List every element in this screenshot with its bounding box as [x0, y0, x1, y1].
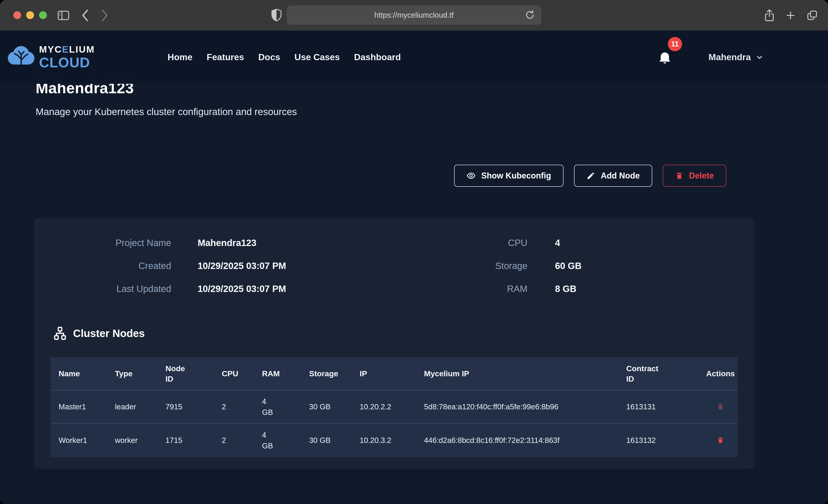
node-ip: 10.20.2.2 — [360, 402, 424, 412]
info-label: Last Updated — [34, 284, 171, 294]
share-icon — [764, 9, 775, 22]
trash-icon — [717, 436, 724, 444]
chevron-left-icon — [81, 9, 89, 22]
notifications-button[interactable]: 11 — [657, 37, 685, 69]
info-value: 4 — [527, 238, 665, 248]
bell-icon — [658, 50, 671, 65]
info-value: 60 GB — [527, 261, 665, 271]
delete-cluster-button[interactable]: Delete — [663, 165, 726, 187]
table-row: Master1 leader 7915 2 4 GB 30 GB 10.20.2… — [50, 390, 738, 424]
info-label: CPU — [368, 238, 527, 248]
cloud-logo-icon — [7, 44, 35, 71]
share-button[interactable] — [764, 0, 775, 31]
delete-label: Delete — [689, 171, 714, 180]
network-icon — [53, 326, 67, 340]
address-bar[interactable]: https://myceliumcloud.tf — [287, 5, 541, 25]
brand-text: MYCELIUM CLOUD — [39, 45, 95, 70]
node-id: 1715 — [165, 435, 222, 446]
plus-icon — [785, 10, 796, 21]
col-type: Type — [115, 369, 165, 379]
node-cpu: 2 — [222, 402, 262, 412]
cluster-actions: Show Kubeconfig Add Node Delete — [454, 165, 726, 187]
col-mycelium-ip: Mycelium IP — [424, 369, 626, 379]
node-type: leader — [115, 402, 165, 412]
refresh-icon — [525, 10, 535, 20]
site-navbar: MYCELIUM CLOUD Home Features Docs Use Ca… — [0, 31, 828, 84]
col-actions: Actions — [703, 369, 738, 379]
info-value: 10/29/2025 03:07 PM — [171, 284, 308, 294]
col-name: Name — [50, 369, 115, 379]
back-button[interactable] — [80, 0, 90, 31]
window-controls — [13, 11, 47, 19]
col-node-id: Node ID — [165, 364, 222, 384]
nav-link-features[interactable]: Features — [207, 52, 244, 62]
node-id: 7915 — [165, 402, 222, 412]
cluster-nodes-title: Cluster Nodes — [73, 327, 145, 339]
add-node-label: Add Node — [601, 171, 640, 180]
chevron-right-icon — [101, 9, 109, 22]
trash-icon — [717, 403, 724, 410]
info-value: 8 GB — [527, 284, 665, 294]
nav-link-docs[interactable]: Docs — [258, 52, 280, 62]
close-window-button[interactable] — [13, 11, 21, 19]
col-ram: RAM — [262, 369, 309, 379]
privacy-shield-icon[interactable] — [271, 8, 282, 23]
chevron-down-icon — [755, 53, 764, 61]
brand-line1: MYCELIUM — [39, 45, 95, 54]
nav-link-use-cases[interactable]: Use Cases — [294, 52, 340, 62]
forward-button[interactable] — [99, 0, 110, 31]
toolbar-right-actions — [764, 0, 818, 31]
tabs-icon — [806, 10, 818, 21]
trash-icon — [675, 172, 684, 180]
table-header-row: Name Type Node ID CPU RAM Storage IP Myc… — [50, 357, 738, 390]
nodes-table: Name Type Node ID CPU RAM Storage IP Myc… — [50, 357, 738, 457]
brand-line2: CLOUD — [39, 55, 95, 70]
node-mycelium-ip: 5d8:78ea:a120:f40c:ff0f:a5fe:99e6:8b96 — [424, 402, 626, 412]
info-label: RAM — [368, 284, 527, 294]
minimize-window-button[interactable] — [26, 11, 34, 19]
brand-logo[interactable]: MYCELIUM CLOUD — [7, 31, 95, 84]
info-label: Storage — [368, 261, 527, 271]
node-ram: 4 GB — [262, 430, 309, 451]
node-type: worker — [115, 435, 165, 446]
url-text: https://myceliumcloud.tf — [374, 11, 454, 19]
node-name: Worker1 — [50, 435, 115, 446]
notification-count-badge: 11 — [668, 37, 682, 51]
pencil-icon — [586, 171, 595, 180]
info-label: Created — [34, 261, 171, 271]
delete-node-button[interactable] — [717, 403, 724, 411]
col-cpu: CPU — [222, 369, 262, 379]
cluster-info-right: CPU 4 Storage 60 GB RAM 8 GB — [368, 231, 665, 300]
show-kubeconfig-label: Show Kubeconfig — [481, 171, 551, 180]
show-kubeconfig-button[interactable]: Show Kubeconfig — [454, 165, 564, 187]
page-subtitle: Manage your Kubernetes cluster configura… — [36, 107, 297, 117]
nav-link-home[interactable]: Home — [168, 52, 192, 62]
node-storage: 30 GB — [309, 402, 360, 412]
refresh-button[interactable] — [524, 9, 536, 22]
info-value: 10/29/2025 03:07 PM — [171, 261, 308, 271]
cluster-info-left: Project Name Mahendra123 Created 10/29/2… — [34, 231, 308, 300]
node-contract-id: 1613131 — [626, 402, 703, 412]
new-tab-button[interactable] — [785, 0, 796, 31]
sidebar-toggle-button[interactable] — [57, 0, 70, 31]
nav-links: Home Features Docs Use Cases Dashboard — [168, 31, 401, 84]
browser-toolbar: https://myceliumcloud.tf — [0, 0, 828, 31]
col-storage: Storage — [309, 369, 360, 379]
user-menu[interactable]: Mahendra — [708, 31, 764, 84]
zoom-window-button[interactable] — [39, 11, 47, 19]
node-cpu: 2 — [222, 435, 262, 446]
node-name: Master1 — [50, 402, 115, 412]
node-contract-id: 1613132 — [626, 435, 703, 446]
tab-overview-button[interactable] — [806, 0, 818, 31]
info-label: Project Name — [34, 238, 171, 248]
cluster-nodes-heading: Cluster Nodes — [53, 326, 145, 340]
cluster-card: Project Name Mahendra123 Created 10/29/2… — [34, 218, 754, 469]
node-ram: 4 GB — [262, 396, 309, 417]
add-node-button[interactable]: Add Node — [574, 165, 652, 187]
nav-link-dashboard[interactable]: Dashboard — [354, 52, 401, 62]
delete-node-button[interactable] — [717, 436, 724, 445]
node-storage: 30 GB — [309, 435, 360, 446]
col-ip: IP — [360, 369, 424, 379]
browser-window: https://myceliumcloud.tf — [0, 0, 828, 504]
eye-icon — [466, 171, 476, 180]
